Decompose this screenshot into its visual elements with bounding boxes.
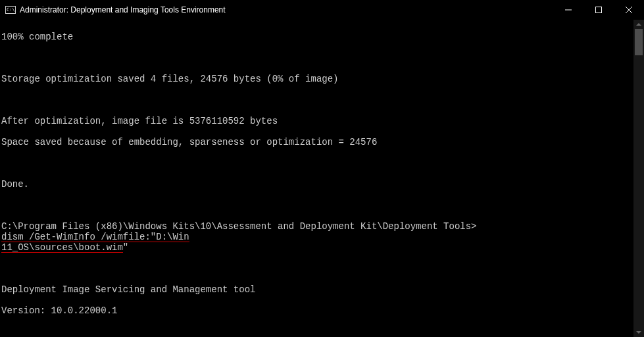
maximize-button[interactable] (583, 0, 614, 20)
titlebar[interactable]: Administrator: Deployment and Imaging To… (0, 0, 644, 20)
prompt-path: C:\Program Files (x86)\Windows Kits\10\A… (1, 221, 477, 232)
output-line: Done. (1, 179, 644, 190)
minimize-button[interactable] (553, 0, 583, 20)
minimize-icon (565, 7, 572, 13)
dism-command-part2: 11_OS\sources\boot.wim (1, 243, 123, 253)
output-line: Deployment Image Servicing and Managemen… (1, 284, 644, 295)
svg-marker-4 (636, 23, 641, 26)
vertical-scrollbar[interactable] (633, 20, 644, 337)
close-button[interactable] (614, 0, 644, 20)
terminal-window: Administrator: Deployment and Imaging To… (0, 0, 644, 337)
output-line: Storage optimization saved 4 files, 2457… (1, 74, 644, 84)
prompt-line: C:\Program Files (x86)\Windows Kits\10\A… (1, 221, 644, 253)
output-line: After optimization, image file is 537611… (1, 116, 644, 126)
output-line (1, 158, 644, 168)
svg-marker-5 (636, 331, 641, 334)
output-line: 100% complete (1, 32, 644, 42)
output-line (1, 95, 644, 105)
dism-command-endquote: " (123, 242, 128, 253)
chevron-up-icon (636, 22, 641, 27)
output-line: Version: 10.0.22000.1 (1, 305, 644, 316)
close-icon (626, 7, 632, 13)
output-line (1, 53, 644, 63)
scroll-thumb[interactable] (635, 29, 643, 55)
dism-command-part1: dism /Get-WimInfo /wimfile:"D:\Win (1, 232, 189, 242)
output-line (1, 326, 644, 337)
output-line: Space saved because of embedding, sparse… (1, 137, 644, 147)
cmd-icon (5, 6, 16, 14)
scroll-up-button[interactable] (633, 20, 644, 29)
maximize-icon (595, 7, 602, 13)
svg-rect-1 (596, 7, 602, 13)
output-line (1, 263, 644, 274)
output-line (1, 200, 644, 211)
scroll-down-button[interactable] (633, 328, 644, 337)
chevron-down-icon (636, 330, 641, 335)
terminal-output[interactable]: 100% complete Storage optimization saved… (0, 20, 644, 337)
window-title: Administrator: Deployment and Imaging To… (20, 5, 553, 14)
window-controls (553, 0, 644, 20)
